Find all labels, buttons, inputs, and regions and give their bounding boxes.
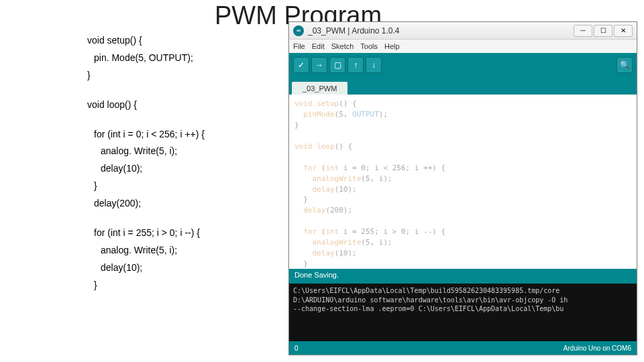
line-number: 0 <box>294 345 299 352</box>
code-listing: void setup() { pin. Mode(5, OUTPUT); } v… <box>87 32 205 294</box>
menu-tools[interactable]: Tools <box>360 42 378 50</box>
code-line: void loop() { <box>87 97 205 114</box>
code-line: analog. Write(5, i); <box>87 242 205 259</box>
new-button[interactable]: ▢ <box>329 57 345 73</box>
arduino-ide-window: ∞ _03_PWM | Arduino 1.0.4 ─ ☐ ✕ File Edi… <box>288 21 637 355</box>
verify-button[interactable]: ✓ <box>293 57 309 73</box>
save-button[interactable]: ↓ <box>366 57 382 73</box>
menu-edit[interactable]: Edit <box>312 42 325 50</box>
code-line: } <box>87 277 205 294</box>
code-line: delay(10); <box>87 160 205 178</box>
minimize-button[interactable]: ─ <box>574 25 592 37</box>
console-line: D:\ARDUINO\arduino software\hardware\too… <box>293 296 633 305</box>
menu-sketch[interactable]: Sketch <box>331 42 354 50</box>
code-line: pin. Mode(5, OUTPUT); <box>87 50 205 67</box>
code-line: for (int i = 0; i < 256; i ++) { <box>87 126 205 143</box>
board-port-label: Arduino Uno on COM6 <box>564 345 631 352</box>
close-button[interactable]: ✕ <box>614 25 633 37</box>
open-button[interactable]: ↑ <box>347 57 364 73</box>
code-line: void setup() { <box>87 32 205 50</box>
arduino-icon: ∞ <box>293 25 304 36</box>
menu-help[interactable]: Help <box>384 42 400 50</box>
menu-file[interactable]: File <box>293 42 305 50</box>
maximize-button[interactable]: ☐ <box>594 25 612 37</box>
console-output: C:\Users\EIFCL\AppData\Local\Temp\build5… <box>289 284 637 341</box>
sketch-tab[interactable]: _03_PWM <box>292 82 347 95</box>
code-editor[interactable]: void setup() { pinMode(5, OUTPUT); } voi… <box>289 95 637 269</box>
upload-button[interactable]: → <box>311 57 327 73</box>
status-bar: Done Saving. <box>289 269 637 284</box>
code-line: } <box>87 67 205 84</box>
code-line: delay(200); <box>87 195 205 213</box>
window-titlebar: ∞ _03_PWM | Arduino 1.0.4 ─ ☐ ✕ <box>289 22 637 40</box>
serial-monitor-button[interactable]: 🔍 <box>616 57 633 73</box>
code-line: } <box>87 178 205 195</box>
console-line: C:\Users\EIFCL\AppData\Local\Temp\build5… <box>293 286 633 296</box>
console-line: --change-section-lma .eeprom=0 C:\Users\… <box>293 304 633 314</box>
code-line: analog. Write(5, i); <box>87 143 205 160</box>
menu-bar: File Edit Sketch Tools Help <box>289 40 637 53</box>
code-line: delay(10); <box>87 259 205 277</box>
bottom-bar: 0 Arduino Uno on COM6 <box>289 341 637 355</box>
tab-bar: _03_PWM <box>289 77 637 95</box>
window-title: _03_PWM | Arduino 1.0.4 <box>308 26 572 36</box>
toolbar: ✓ → ▢ ↑ ↓ 🔍 <box>289 53 637 77</box>
code-line: for (int i = 255; i > 0; i --) { <box>87 225 205 242</box>
